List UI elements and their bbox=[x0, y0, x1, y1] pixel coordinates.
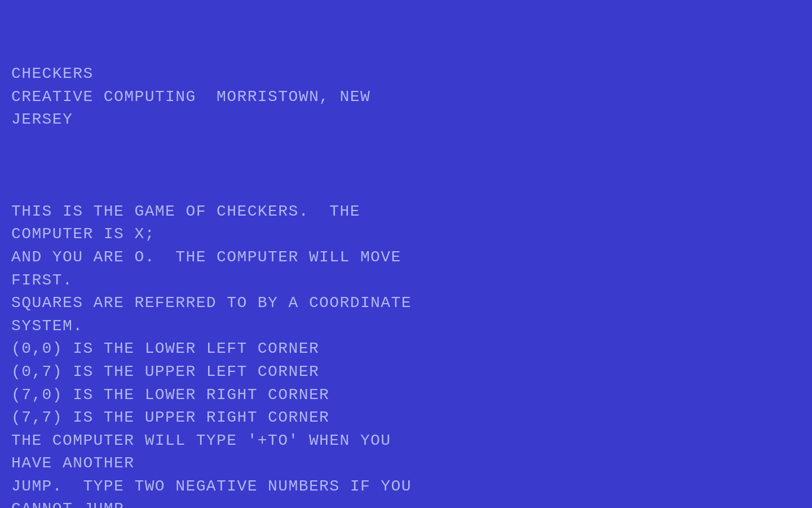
terminal-screen: CHECKERS CREATIVE COMPUTING MORRISTOWN, … bbox=[0, 0, 812, 508]
terminal-content: CHECKERS CREATIVE COMPUTING MORRISTOWN, … bbox=[11, 63, 801, 508]
